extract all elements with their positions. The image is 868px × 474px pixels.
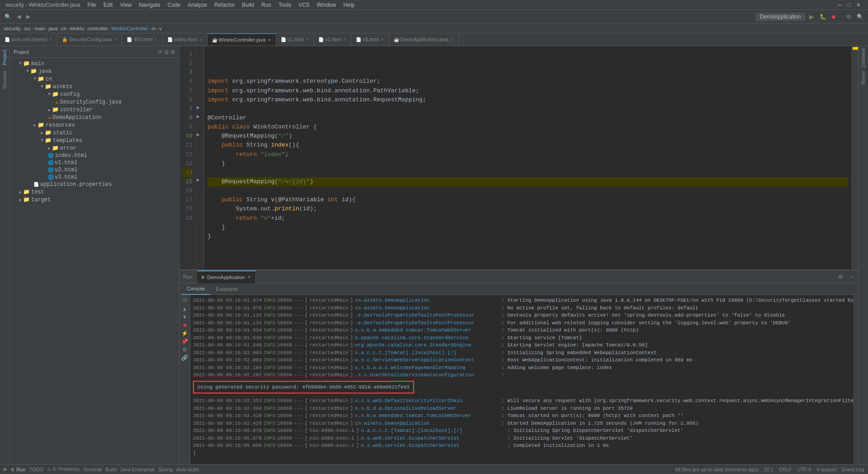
menu-analyze[interactable]: Analyze <box>184 1 211 9</box>
menu-window[interactable]: Window <box>313 1 340 9</box>
run-minimize-icon[interactable]: ─ <box>847 274 858 280</box>
tree-item-cn[interactable]: ▼ 📁 cn <box>10 75 179 83</box>
tab-v3[interactable]: 📄 v3.html ✕ <box>351 33 389 46</box>
menu-view[interactable]: View <box>116 1 135 9</box>
run-shortcut-icon[interactable]: ▶ <box>4 466 7 472</box>
console-right-scrollbar[interactable] <box>854 295 858 464</box>
tree-item-demo-app[interactable]: ☕ DemoApplication <box>10 114 179 121</box>
menu-code[interactable]: Code <box>164 1 184 9</box>
project-icon[interactable]: Project <box>1 48 8 67</box>
tab-demo-close[interactable]: ✕ <box>450 37 454 42</box>
log-class[interactable]: cn.winkto.DemoApplication <box>355 297 500 304</box>
menu-run[interactable]: Run <box>258 1 275 9</box>
console-link-icon[interactable]: 🔗 <box>181 355 188 361</box>
debug-button[interactable]: 🐛 <box>818 13 828 21</box>
breadcrumb-security[interactable]: security <box>4 26 21 31</box>
breadcrumb-java[interactable]: java <box>48 26 57 31</box>
tab-winkto-close[interactable]: ✕ <box>268 38 271 43</box>
breadcrumb-v[interactable]: v <box>159 26 162 31</box>
tree-item-error[interactable]: ▶ 📁 error <box>10 144 179 152</box>
tab-demo-app[interactable]: ☕ DemoApplication.java ✕ <box>389 33 459 46</box>
tab-security-close[interactable]: ✕ <box>113 37 117 42</box>
stop-button[interactable]: ■ <box>830 12 837 21</box>
tab-endpoints[interactable]: Endpoints <box>210 283 243 295</box>
breadcrumb-m[interactable]: m <box>151 26 156 31</box>
tree-item-index-html[interactable]: 🌐 index.html <box>10 152 179 159</box>
tree-item-test[interactable]: ▶ 📁 test <box>10 188 179 196</box>
run-app-tab[interactable]: ▶ DemoApplication ✕ <box>197 270 256 283</box>
tab-console[interactable]: Console <box>181 283 210 295</box>
toolbar-search-everywhere[interactable]: 🔍 <box>3 13 13 21</box>
tree-item-templates[interactable]: ▼ 📁 templates <box>10 137 179 144</box>
tree-item-v2-html[interactable]: 🌐 v2.html <box>10 166 179 174</box>
tab-403[interactable]: 📄 403.html ✕ <box>122 33 163 46</box>
tab-v1-close[interactable]: ✕ <box>305 37 309 42</box>
menu-vcs[interactable]: VCS <box>295 1 313 9</box>
status-problems[interactable]: ⚠ 6: Problems <box>47 466 80 472</box>
breadcrumb-main[interactable]: main <box>34 26 45 31</box>
console-text[interactable]: 2021-08-08 09:16:01.074 INFO 19660 --- [… <box>190 295 854 464</box>
console-scroll-up-icon[interactable]: ▲ <box>182 306 188 312</box>
run-button[interactable]: ▶ <box>807 12 816 21</box>
run-config-selector[interactable]: DemoApplication <box>755 13 806 21</box>
run-tab-close[interactable]: ✕ <box>247 275 251 280</box>
status-line-ending[interactable]: CRLF <box>779 467 792 472</box>
status-terminal[interactable]: Terminal <box>83 467 102 472</box>
menu-file[interactable]: File <box>84 1 99 9</box>
tab-pom-xml[interactable]: 📄 pom.xml (demo) ✕ <box>0 33 57 46</box>
menu-navigate[interactable]: Navigate <box>135 1 164 9</box>
code-content[interactable]: import org.springframework.stereotype.Co… <box>204 46 852 270</box>
code-editor[interactable]: 1 2 3 4 5 6 7 8 9 10 11 12 13 14 15 16 1 <box>179 46 858 270</box>
tree-item-static[interactable]: ▶ 📁 static <box>10 129 179 137</box>
menu-tools[interactable]: Tools <box>275 1 295 9</box>
database-icon[interactable]: Database <box>861 48 866 67</box>
settings-button[interactable]: ⚙ <box>844 13 853 21</box>
status-indent[interactable]: 4 spaces <box>816 467 836 472</box>
tree-item-controller[interactable]: ▶ 📁 controller <box>10 106 179 114</box>
console-scroll-down-icon[interactable]: ▼ <box>182 314 188 320</box>
status-auto-build[interactable]: Auto-build <box>176 467 199 472</box>
window-close[interactable]: ✕ <box>854 2 863 8</box>
breadcrumb-class[interactable]: WinktoController <box>111 26 148 31</box>
tree-item-v1-html[interactable]: 🌐 v1.html <box>10 159 179 166</box>
console-settings-icon[interactable]: ⚙ <box>182 346 187 353</box>
tab-index-close[interactable]: ✕ <box>199 37 203 42</box>
status-spring[interactable]: Spring <box>158 467 173 472</box>
status-encoding[interactable]: UTF-8 <box>797 467 811 472</box>
tree-item-security-config[interactable]: ☕ SecurityConfig.java <box>10 98 179 106</box>
maven-icon[interactable]: Maven <box>861 71 866 85</box>
menu-refactor[interactable]: Refactor <box>211 1 238 9</box>
tree-item-target[interactable]: ▶ 📁 target <box>10 196 179 204</box>
event-log[interactable]: Event Log <box>842 467 864 472</box>
tab-v1[interactable]: 📄 v1.html ✕ <box>276 33 314 46</box>
menu-help[interactable]: Help <box>340 1 358 9</box>
tab-pom-close[interactable]: ✕ <box>49 37 52 42</box>
tree-item-main[interactable]: ▼ 📁 main <box>10 60 179 67</box>
window-maximize[interactable]: □ <box>846 2 853 8</box>
tab-security-config[interactable]: 🔒 SecurityConfig.java ✕ <box>57 33 122 46</box>
tree-item-resources[interactable]: ▶ 📁 resources <box>10 121 179 129</box>
console-stop-icon[interactable]: ■ <box>183 322 186 328</box>
console-restart-icon[interactable]: ⟳ <box>182 297 188 304</box>
menu-build[interactable]: Build <box>238 1 258 9</box>
tree-item-winkto[interactable]: ▼ 📁 winkto <box>10 83 179 90</box>
structure-icon[interactable]: Structure <box>1 69 8 91</box>
project-sync-icon[interactable]: ⟳ <box>158 49 162 55</box>
status-java-enterprise[interactable]: Java Enterprise <box>120 467 155 472</box>
toolbar-forward[interactable]: ▶ <box>24 13 32 21</box>
status-todo[interactable]: TODO <box>29 467 43 472</box>
breadcrumb-src[interactable]: src <box>24 26 31 31</box>
breadcrumb-winkto[interactable]: winkto <box>70 26 84 31</box>
console-filter-icon[interactable]: ⚡ <box>181 330 188 337</box>
project-collapse-icon[interactable]: ⊟ <box>164 49 169 55</box>
search-button[interactable]: 🔍 <box>855 13 865 21</box>
tree-item-app-props[interactable]: 📄 application.properties <box>10 181 179 188</box>
tab-winkto-controller[interactable]: ☕ WinktoController.java ✕ <box>208 33 276 46</box>
tree-item-v3-html[interactable]: 🌐 v3.html <box>10 174 179 181</box>
tab-403-close[interactable]: ✕ <box>154 37 158 42</box>
console-pin-icon[interactable]: 📌 <box>181 338 188 345</box>
breadcrumb-cn[interactable]: cn <box>61 26 66 31</box>
tab-v2[interactable]: 📄 v2.html ✕ <box>314 33 351 46</box>
tab-v3-close[interactable]: ✕ <box>381 37 384 42</box>
tree-item-java[interactable]: ▼ 📁 java <box>10 67 179 75</box>
